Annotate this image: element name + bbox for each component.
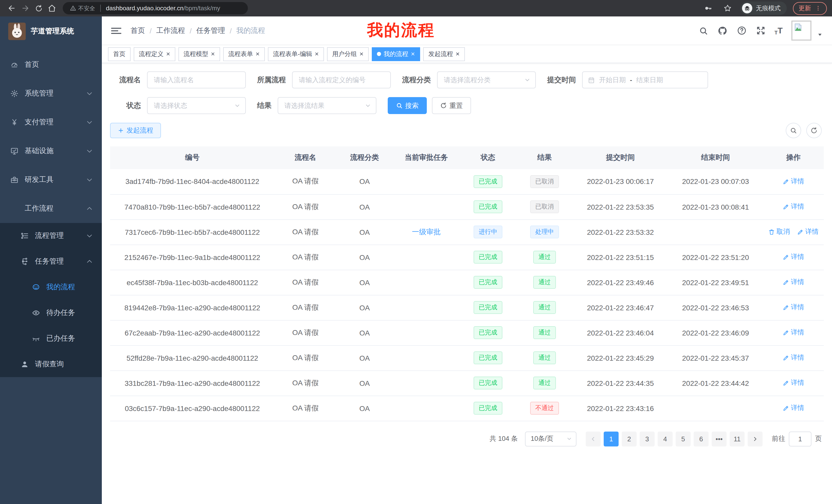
home-icon[interactable] [45,2,59,15]
cell-current-task [393,345,460,370]
cell-end-time: 2022-01-22 23:49:51 [668,270,763,295]
tab-用户分组[interactable]: 用户分组 [327,47,369,61]
create-process-button[interactable]: 发起流程 [110,123,161,138]
goto-page-input[interactable] [789,431,811,446]
detail-link[interactable]: 详情 [783,379,804,388]
tab-流程模型[interactable]: 流程模型 [178,47,220,61]
refresh-table-button[interactable] [806,123,822,138]
address-bar[interactable]: 不安全 dashboard.yudao.iocoder.cn/bpm/task/… [63,2,248,15]
github-icon[interactable] [717,25,728,36]
security-warning[interactable]: 不安全 [70,4,95,12]
sidebar-item-label: 基础设施 [25,146,85,156]
logo[interactable]: 芋道管理系统 [0,17,102,46]
bookmark-star-icon[interactable] [721,2,734,15]
page-button-2[interactable]: 2 [622,431,636,446]
task-link[interactable]: 一级审批 [412,227,441,235]
cancel-link[interactable]: 取消 [768,227,790,236]
fullscreen-icon[interactable] [755,25,766,36]
sidebar-item-工作流程[interactable]: 工作流程 [0,194,102,223]
filter-result-select[interactable]: 请选择流结果 [278,97,376,114]
detail-link[interactable]: 详情 [783,403,804,413]
close-icon[interactable] [315,52,319,56]
detail-link[interactable]: 详情 [783,202,804,212]
incognito-badge[interactable]: 无痕模式 [740,2,787,15]
filter-name-input[interactable] [147,72,246,88]
avatar[interactable] [791,21,811,40]
update-button[interactable]: 更新 [793,2,827,15]
close-icon[interactable] [359,52,364,56]
help-icon[interactable] [736,25,747,36]
close-icon[interactable] [166,52,170,56]
tab-流程表单[interactable]: 流程表单 [223,47,265,61]
close-icon[interactable] [256,52,260,56]
cell-end-time: 2022-01-22 23:45:37 [668,345,763,370]
sidebar-item-我的流程[interactable]: 我的流程 [0,274,102,300]
cell-result: 通过 [516,370,573,396]
page-size-select[interactable]: 10条/页 [525,431,576,446]
close-icon[interactable] [456,52,460,56]
close-icon[interactable] [211,52,215,56]
detail-link[interactable]: 详情 [783,353,804,362]
reload-icon[interactable] [32,2,45,15]
browser-menu-dots-icon[interactable] [815,5,821,11]
filter-definition-input[interactable] [292,72,391,88]
sidebar-item-已办任务[interactable]: 已办任务 [0,326,102,352]
forward-icon[interactable] [19,2,32,15]
page-button-6[interactable]: 6 [694,431,709,446]
sidebar-item-label: 工作流程 [25,204,85,213]
cell-status: 已完成 [460,345,516,370]
sidebar-item-待办任务[interactable]: 待办任务 [0,300,102,326]
page-button-1[interactable]: 1 [604,431,619,446]
sidebar-item-研发工具[interactable]: 研发工具 [0,165,102,194]
reset-button[interactable]: 重置 [432,97,471,114]
sidebar-item-首页[interactable]: 首页 [0,50,102,79]
tab-流程表单-编辑[interactable]: 流程表单-编辑 [268,47,324,61]
prev-page-button[interactable] [586,431,601,446]
cell-process-name: OA 请假 [275,370,336,396]
page-button-3[interactable]: 3 [640,431,655,446]
url-divider [100,5,101,12]
back-icon[interactable] [5,2,19,15]
page-button-4[interactable]: 4 [658,431,673,446]
close-icon[interactable] [411,52,415,56]
tab-我的流程[interactable]: 我的流程 [372,47,420,61]
search-icon[interactable] [698,25,709,36]
sidebar-item-请假查询[interactable]: 请假查询 [0,352,102,377]
filter-result-label: 结果 [257,101,271,110]
detail-link[interactable]: 详情 [783,253,804,262]
tab-首页[interactable]: 首页 [108,47,131,61]
detail-link[interactable]: 详情 [783,177,804,186]
sidebar-item-任务管理[interactable]: 任务管理 [0,249,102,274]
cell-submit-time: 2022-01-22 23:44:35 [573,370,668,396]
toggle-search-button[interactable] [786,123,801,138]
key-icon[interactable] [701,2,715,15]
page-button-11[interactable]: 11 [730,431,745,446]
filter-category-select[interactable]: 请选择流程分类 [437,72,536,88]
sidebar-item-系统管理[interactable]: 系统管理 [0,79,102,108]
breadcrumb-item-工作流程[interactable]: 工作流程 [156,26,185,35]
table-row: 52ffd28e-7b9a-11ec-a290-acde48001122OA 请… [110,345,824,370]
hamburger-icon[interactable] [111,27,121,34]
page-ellipsis-button[interactable]: ••• [712,431,727,446]
tab-发起流程[interactable]: 发起流程 [423,47,465,61]
caret-down-icon[interactable] [817,31,823,39]
breadcrumb-item-任务管理[interactable]: 任务管理 [197,26,225,35]
sidebar-item-支付管理[interactable]: 支付管理 [0,108,102,137]
detail-link[interactable]: 详情 [797,227,818,236]
detail-link[interactable]: 详情 [783,303,804,312]
detail-link[interactable]: 详情 [783,328,804,337]
breadcrumb-item-首页[interactable]: 首页 [131,26,145,35]
page-button-5[interactable]: 5 [676,431,691,446]
sidebar-item-label: 研发工具 [25,175,85,185]
sidebar-item-流程管理[interactable]: 流程管理 [0,223,102,249]
font-size-icon[interactable]: TT [774,26,783,35]
search-button[interactable]: 搜索 [388,97,427,114]
tab-流程定义[interactable]: 流程定义 [134,47,175,61]
detail-link[interactable]: 详情 [783,278,804,287]
sidebar-item-基础设施[interactable]: 基础设施 [0,137,102,165]
filter-time-range[interactable]: 开始日期 - 结束日期 [582,72,708,88]
trash-icon [768,229,775,235]
next-page-button[interactable] [748,431,762,446]
filter-status-select[interactable]: 请选择状态 [147,97,246,114]
table-row: 3ad174fb-7b9d-11ec-8404-acde48001122OA 请… [110,169,824,194]
